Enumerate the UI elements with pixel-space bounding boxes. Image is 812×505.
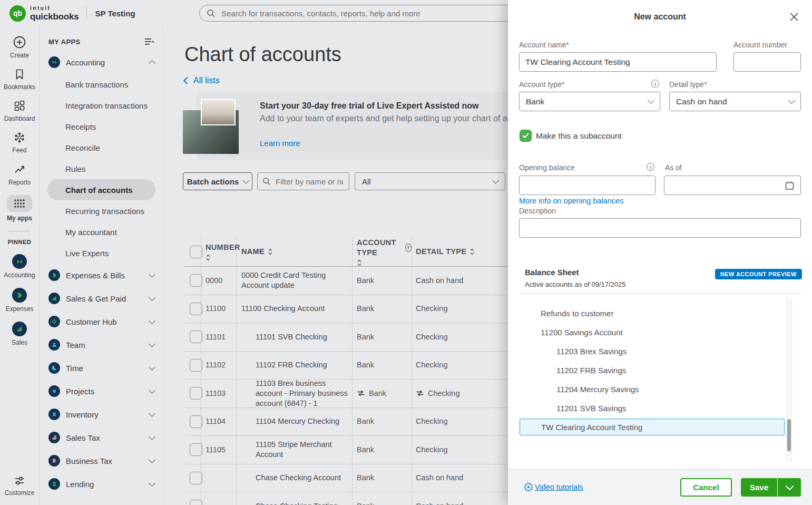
nav-item-bank-transactions[interactable]: Bank transactions [40, 74, 163, 95]
description-field[interactable] [519, 218, 801, 238]
nav-item-recurring-transactions[interactable]: Recurring transactions [40, 200, 163, 221]
cell-account-name[interactable]: 11105 Stripe Merchant Account [236, 436, 352, 464]
account-name-field[interactable] [519, 52, 717, 72]
col-header-number[interactable]: NUMBER [206, 242, 240, 252]
table-row[interactable]: 0000 0000 Credit Card Testing Account up… [184, 267, 527, 295]
sort-icon[interactable] [206, 254, 211, 261]
nav-section-inventory[interactable]: Inventory [40, 403, 163, 426]
rail-item-create[interactable]: Create [10, 35, 29, 59]
table-row[interactable]: 11103 11103 Brex business account - Prim… [184, 380, 527, 408]
nav-panel: MY APPS Accounting Bank transactions Int… [40, 26, 163, 505]
account-type-select[interactable]: Bank [519, 92, 660, 111]
save-split-button: Save [741, 478, 801, 497]
table-row[interactable]: Chase Checking Account Bank Cash on hand [184, 464, 527, 493]
calendar-icon[interactable] [785, 181, 795, 191]
rail-item-dashboard[interactable]: Dashboard [4, 100, 35, 122]
nav-item-integration-transactions[interactable]: Integration transactions [40, 95, 163, 116]
filter-input[interactable] [275, 177, 344, 187]
preview-account-row: 11204 Mercury Savings [556, 385, 639, 394]
sort-icon[interactable] [268, 248, 273, 255]
nav-item-live-experts[interactable]: Live Experts [40, 242, 163, 264]
info-icon[interactable]: i [647, 163, 654, 171]
table-row[interactable]: 11104 11104 Mercury Checking Bank Checki… [184, 408, 527, 436]
col-header-account-type[interactable]: ACCOUNT TYPE [357, 238, 402, 258]
sort-icon[interactable] [469, 248, 475, 255]
cell-account-name[interactable]: 0000 Credit Card Testing Account update [236, 267, 352, 295]
cell-account-name[interactable]: 11102 FRB Checking [236, 352, 352, 380]
cell-account-name[interactable]: 11103 Brex business account - Primary bu… [236, 380, 352, 407]
cell-account-name[interactable]: Chase Checking Account [236, 464, 352, 492]
detail-type-select[interactable]: Cash on hand [669, 92, 801, 111]
chevron-down-icon [788, 97, 795, 104]
cell-account-type: Bank [352, 436, 412, 464]
sort-icon[interactable] [357, 259, 362, 266]
company-name: SP Testing [95, 9, 135, 18]
nav-item-reconcile[interactable]: Reconcile [40, 137, 163, 158]
save-button[interactable]: Save [741, 478, 777, 497]
cancel-button[interactable]: Cancel [680, 478, 732, 497]
menu-edit-icon[interactable] [144, 37, 154, 46]
cell-account-name[interactable]: 11104 Mercury Checking [236, 408, 352, 436]
col-header-name[interactable]: NAME [241, 247, 265, 257]
account-type-value: Bank [526, 97, 544, 106]
chevron-down-icon [149, 364, 155, 371]
learn-more-link[interactable]: Learn more [260, 139, 300, 148]
rail-item-pinned-sales[interactable]: Sales [12, 322, 27, 346]
nav-section-sales-tax[interactable]: Sales Tax [40, 426, 163, 449]
nav-section-business-tax[interactable]: Business Tax [40, 449, 163, 472]
rail-item-pinned-expenses[interactable]: Expenses [6, 288, 34, 313]
table-row[interactable]: 11105 11105 Stripe Merchant Account Bank… [184, 436, 527, 464]
nav-section-accounting[interactable]: Accounting [40, 51, 163, 74]
nav-item-my-accountant[interactable]: My accountant [40, 221, 163, 242]
nav-section-lending[interactable]: Lending [40, 472, 163, 496]
table-row[interactable]: Chase Checking Testing Bank Cash on hand [184, 492, 527, 505]
nav-section-expenses-bills[interactable]: Expenses & Bills [40, 264, 163, 287]
table-row[interactable]: 11102 11102 FRB Checking Bank Checking [184, 352, 527, 380]
nav-section-projects[interactable]: Projects [40, 380, 163, 403]
rail-item-reports[interactable]: Reports [8, 163, 31, 186]
subaccount-checkbox[interactable] [520, 130, 532, 142]
nav-section-team[interactable]: Team [40, 333, 163, 356]
video-tutorials-link[interactable]: Video tutorials [524, 483, 583, 491]
batch-actions-button[interactable]: Batch actions [183, 172, 252, 190]
drawer-title: New account [508, 12, 812, 22]
rail-item-customize[interactable]: Customize [5, 475, 35, 497]
rail-item-feed[interactable]: Feed [12, 131, 26, 154]
nav-item-rules[interactable]: Rules [40, 158, 163, 179]
opening-balance-info-link[interactable]: More info on opening balances [519, 197, 623, 205]
nav-panel-title: MY APPS [48, 38, 81, 46]
cell-account-name[interactable]: 11101 SVB Checking [236, 323, 352, 351]
help-icon[interactable]: ? [405, 244, 412, 252]
preview-scrollbar-thumb[interactable] [787, 419, 791, 451]
cell-number [201, 464, 236, 492]
save-options-button[interactable] [778, 478, 801, 497]
rail-item-my-apps[interactable]: My apps [7, 195, 32, 222]
table-row[interactable]: 11100 11100 Checking Account Bank Checki… [184, 295, 527, 324]
my-apps-selected-pill [7, 195, 32, 212]
opening-balance-field[interactable] [519, 176, 656, 195]
rail-item-pinned-accounting[interactable]: Accounting [4, 254, 35, 279]
cell-account-name[interactable]: 11100 Checking Account [236, 295, 352, 323]
preview-new-account-row: TW Clearing Account Testing [520, 419, 785, 435]
nav-item-chart-of-accounts[interactable]: Chart of accounts [47, 179, 155, 200]
cell-account-name[interactable]: Chase Checking Testing [236, 492, 352, 505]
nav-item-receipts[interactable]: Receipts [40, 116, 163, 137]
nav-section-time[interactable]: Time [40, 356, 163, 380]
global-search[interactable] [199, 5, 522, 22]
table-row[interactable]: 11101 11101 SVB Checking Bank Checking [184, 323, 527, 352]
rail-label: Expenses [6, 305, 34, 313]
filter-input-box[interactable] [257, 172, 349, 190]
close-icon[interactable] [789, 12, 799, 22]
col-header-detail-type[interactable]: DETAIL TYPE [416, 247, 466, 257]
account-filter-select[interactable]: All [355, 172, 505, 190]
global-search-input[interactable] [220, 8, 514, 18]
bookmark-icon [13, 68, 26, 81]
account-number-field[interactable] [733, 52, 801, 72]
info-icon[interactable]: i [651, 80, 659, 88]
quickbooks-logo[interactable]: qb intuit quickbooks [9, 5, 79, 22]
nav-section-customer-hub[interactable]: Customer Hub [40, 310, 163, 333]
rail-item-bookmarks[interactable]: Bookmarks [4, 68, 35, 91]
nav-section-sales-get-paid[interactable]: Sales & Get Paid [40, 287, 163, 310]
as-of-date-field[interactable] [664, 176, 801, 195]
all-lists-link[interactable]: All lists [184, 76, 220, 85]
